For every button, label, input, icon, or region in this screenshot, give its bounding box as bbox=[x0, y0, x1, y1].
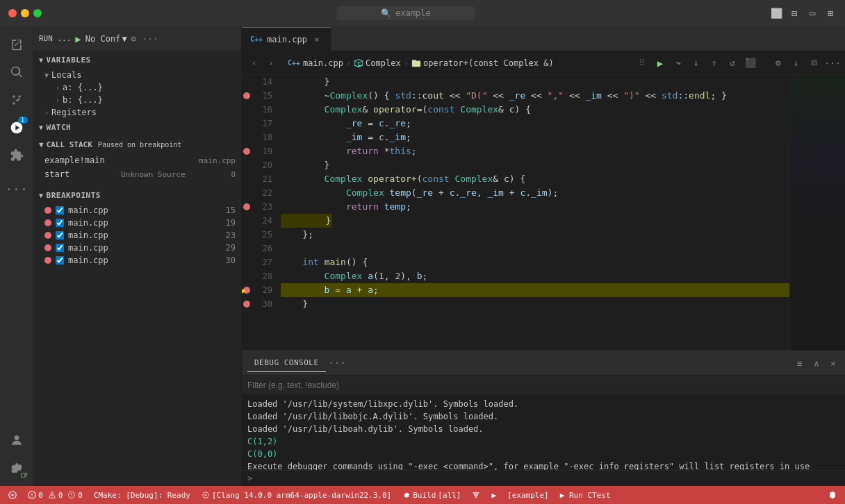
run-label[interactable]: RUN ... bbox=[39, 34, 71, 43]
step-into-icon[interactable]: ↓ bbox=[689, 56, 703, 70]
activity-icon-account[interactable] bbox=[4, 428, 29, 453]
callstack-label: CALL STACK bbox=[47, 140, 92, 149]
step-out-icon[interactable]: ↑ bbox=[707, 56, 721, 70]
split-editor-icon[interactable]: ⊟ bbox=[807, 56, 821, 70]
tab-close-icon[interactable]: × bbox=[311, 34, 322, 45]
line-num-25: 25 bbox=[242, 228, 278, 242]
wrap-lines-icon[interactable]: ≡ bbox=[794, 357, 806, 369]
bp-dot-0 bbox=[44, 207, 51, 214]
code-editor[interactable]: 14 15 16 17 18 19 20 21 22 23 bbox=[242, 75, 845, 351]
console-prompt: > bbox=[242, 470, 845, 486]
restart-icon[interactable]: ↺ bbox=[725, 56, 739, 70]
breadcrumb-file[interactable]: main.cpp bbox=[303, 58, 343, 68]
console-command-input[interactable] bbox=[255, 473, 839, 483]
code-line-22: Complex temp(_re + c._re, _im + c._im); bbox=[281, 186, 789, 200]
more-options-icon[interactable]: ··· bbox=[142, 33, 158, 44]
registers-item[interactable]: › Registers bbox=[33, 106, 241, 119]
watch-section-header[interactable]: ▼ WATCH bbox=[33, 119, 241, 136]
settings-icon[interactable]: ⚙ bbox=[771, 56, 785, 70]
bp-checkbox-0[interactable] bbox=[56, 206, 64, 215]
locals-item[interactable]: ▼ Locals bbox=[33, 69, 241, 81]
var-b-item[interactable]: › b: {...} bbox=[33, 94, 241, 106]
status-config-icon[interactable] bbox=[469, 486, 483, 504]
activity-icon-settings[interactable]: CP bbox=[4, 455, 29, 480]
console-line-1: Loaded '/usr/lib/libobjc.A.dylib'. Symbo… bbox=[247, 410, 839, 423]
variables-section-header[interactable]: ▼ VARIABLES bbox=[33, 51, 241, 69]
bp-line-2: 23 bbox=[226, 230, 236, 240]
current-line-arrow-icon: ▶ bbox=[242, 283, 246, 297]
code-line-30: } bbox=[281, 297, 789, 311]
editor-area: C++ main.cpp × ‹ › C++ main.cpp › Comple… bbox=[242, 26, 845, 486]
titlebar-center: 🔍 example bbox=[47, 6, 764, 20]
breakpoints-section: ▼ BREAKPOINTS main.cpp 15 main.cpp 19 bbox=[33, 187, 241, 267]
callstack-section-header[interactable]: ▼ CALL STACK Paused on breakpoint bbox=[33, 136, 241, 153]
gear-icon[interactable]: ⚙ bbox=[131, 33, 137, 44]
sidebar-toggle-icon[interactable]: ⬜ bbox=[770, 7, 782, 19]
customize-layout-icon[interactable]: ⊞ bbox=[824, 7, 837, 19]
activity-icon-source-control[interactable] bbox=[4, 87, 29, 112]
bp-filename-0: main.cpp bbox=[68, 205, 108, 215]
close-button[interactable] bbox=[8, 9, 17, 17]
code-line-15: ~Complex() { std::cout << "D(" << _re <<… bbox=[281, 89, 789, 103]
layout-icon[interactable]: ⊟ bbox=[788, 7, 801, 19]
status-notifications-icon[interactable] bbox=[826, 491, 839, 499]
status-play-icon[interactable]: ▶ bbox=[489, 486, 499, 504]
bp-checkbox-1[interactable] bbox=[56, 219, 64, 227]
stop-icon[interactable]: ⬛ bbox=[744, 56, 757, 70]
traffic-lights bbox=[8, 9, 42, 17]
status-cmake[interactable]: CMake: [Debug]: Ready bbox=[91, 486, 193, 504]
activity-icon-run-debug[interactable]: 1 bbox=[4, 115, 29, 140]
activity-icon-more[interactable]: ··· bbox=[4, 176, 29, 201]
panel-tabs-more-icon[interactable]: ··· bbox=[329, 358, 346, 369]
no-conf-button[interactable]: No Conf ▼ bbox=[85, 34, 127, 44]
tab-debug-console[interactable]: DEBUG CONSOLE bbox=[247, 354, 326, 372]
activity-icon-explorer[interactable] bbox=[4, 32, 29, 57]
status-run-ctest[interactable]: ▶ Run CTest bbox=[557, 486, 614, 504]
editor-tab-main-cpp[interactable]: C++ main.cpp × bbox=[242, 27, 331, 51]
bp-indicator-30 bbox=[243, 301, 250, 308]
forward-icon[interactable]: › bbox=[264, 56, 278, 70]
breadcrumb-sep-1: › bbox=[346, 58, 351, 68]
status-debug-icon[interactable] bbox=[6, 486, 19, 504]
status-errors[interactable]: 0 0 0 bbox=[25, 486, 85, 504]
more-actions-icon[interactable]: ··· bbox=[826, 56, 839, 70]
step-over-icon[interactable]: ↷ bbox=[671, 56, 685, 70]
start-debugging-icon[interactable]: ▶ bbox=[75, 33, 81, 44]
breadcrumb-class[interactable]: Complex bbox=[354, 58, 401, 68]
maximize-button[interactable] bbox=[33, 9, 42, 17]
bp-filename-4: main.cpp bbox=[68, 255, 108, 265]
code-content[interactable]: } ~Complex() { std::cout << "D(" << _re … bbox=[278, 75, 789, 351]
search-icon: 🔍 bbox=[381, 8, 391, 18]
var-b-value: b: {...} bbox=[63, 95, 103, 105]
code-line-28: Complex a(1, 2), b; bbox=[281, 269, 789, 283]
breadcrumb-method[interactable]: operator+(const Complex &) bbox=[411, 58, 554, 68]
panel-collapse-icon[interactable]: ∧ bbox=[810, 357, 823, 369]
var-a-item[interactable]: › a: {...} bbox=[33, 81, 241, 94]
activity-icon-extensions[interactable] bbox=[4, 143, 29, 168]
frame2-line: 0 bbox=[231, 170, 236, 179]
panel-icon[interactable]: ▭ bbox=[806, 7, 819, 19]
frame1-file: main.cpp bbox=[199, 156, 236, 165]
status-clang[interactable]: [Clang 14.0.0 arm64-apple-darwin22.3.0] bbox=[199, 486, 394, 504]
activity-icon-search[interactable] bbox=[4, 60, 29, 85]
bp-checkbox-2[interactable] bbox=[56, 231, 64, 240]
continue-icon[interactable]: ▶ bbox=[653, 56, 667, 70]
console-filter-input[interactable] bbox=[247, 380, 839, 390]
line-num-19: 19 bbox=[242, 144, 278, 158]
panel-right-icons: ≡ ∧ × bbox=[794, 357, 839, 369]
panel-close-icon[interactable]: × bbox=[827, 357, 839, 369]
download-icon[interactable]: ↓ bbox=[789, 56, 803, 70]
warning-count: 0 bbox=[58, 491, 63, 500]
minimize-button[interactable] bbox=[21, 9, 29, 17]
code-line-29-highlighted: b = a + a; bbox=[281, 283, 789, 297]
back-icon[interactable]: ‹ bbox=[247, 56, 261, 70]
breadcrumb: C++ main.cpp › Complex › operator+(const… bbox=[288, 58, 631, 68]
bp-checkbox-4[interactable] bbox=[56, 256, 64, 264]
bp-checkbox-3[interactable] bbox=[56, 244, 64, 252]
callstack-frame-2[interactable]: start Unknown Source 0 bbox=[33, 167, 241, 181]
callstack-frame-1[interactable]: example!main main.cpp bbox=[33, 153, 241, 167]
global-search-bar[interactable]: 🔍 example bbox=[336, 6, 475, 20]
breakpoints-section-header[interactable]: ▼ BREAKPOINTS bbox=[33, 187, 241, 204]
status-gear[interactable]: Build [all] bbox=[400, 486, 463, 504]
status-example[interactable]: [example] bbox=[504, 486, 552, 504]
